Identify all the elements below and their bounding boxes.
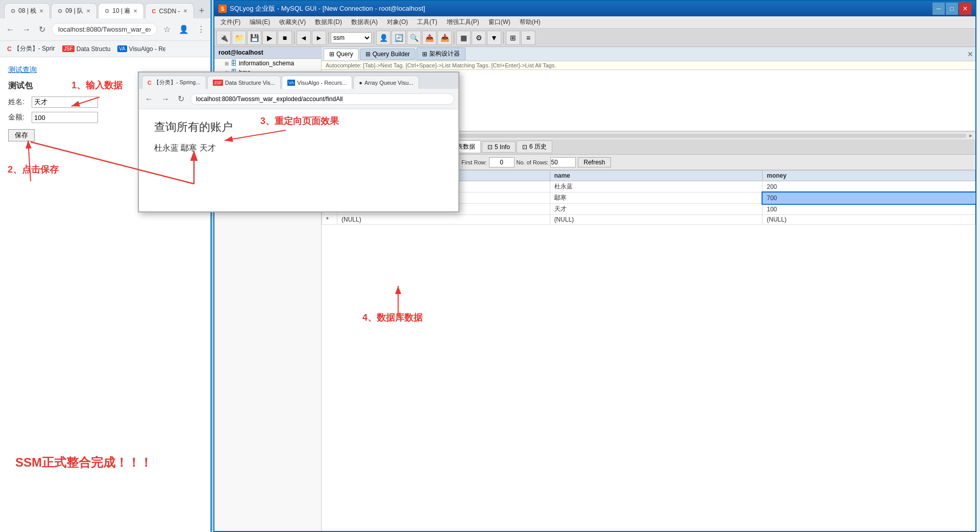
tb-table[interactable]: ▦: [456, 31, 471, 45]
reload-button[interactable]: ↻: [37, 22, 47, 36]
tab-query-builder[interactable]: ⊞ Query Builder: [360, 49, 415, 60]
row1-money[interactable]: 200: [763, 181, 975, 192]
tab-close-10[interactable]: ✕: [133, 8, 137, 14]
tab-close-csdn[interactable]: ✕: [183, 8, 187, 14]
bookmark-dsv[interactable]: JSF Data Structure Vis...: [59, 44, 110, 54]
tb-stop[interactable]: ■: [278, 31, 292, 45]
menu-button[interactable]: ⋮: [195, 22, 207, 36]
tb-user[interactable]: 👤: [376, 31, 390, 45]
tab-csdn[interactable]: C CSDN - ✕: [145, 3, 193, 18]
close-button[interactable]: ✕: [959, 3, 971, 15]
overlay-address-bar[interactable]: [190, 93, 454, 105]
col-name-header[interactable]: name: [550, 171, 763, 181]
menu-help[interactable]: 帮助(H): [516, 17, 545, 28]
refresh-button[interactable]: Refresh: [578, 157, 610, 167]
account-button[interactable]: 👤: [177, 22, 191, 36]
toolbar-sep-4: [454, 32, 454, 44]
ob-title: root@localhost: [214, 47, 321, 59]
sqlyog-title: SQLyog 企业版 - MySQL GUI - [New Connection…: [230, 4, 425, 13]
tab-close-09[interactable]: ✕: [86, 8, 90, 14]
scroll-right[interactable]: ►: [968, 133, 973, 138]
back-button[interactable]: ←: [4, 23, 16, 36]
row3-name[interactable]: 天才: [550, 204, 763, 215]
tab-close-08[interactable]: ✕: [39, 8, 43, 14]
overlay-tab-dsv[interactable]: JSF Data Structure Vis...: [207, 76, 281, 89]
tab-10[interactable]: ⊙ 10 | 遍 ✕: [98, 3, 144, 18]
row2-name[interactable]: 鄢寒: [550, 192, 763, 204]
minimize-button[interactable]: ─: [933, 3, 945, 15]
query-tabs: ⊞ Query ⊞ Query Builder ⊞ 架构设计器 ✕: [322, 47, 975, 61]
overlay-tab-array[interactable]: ● Array Queue Visu...: [353, 76, 419, 89]
browser-overlay: C 【分类】- Spring... JSF Data Structure Vis…: [138, 71, 459, 212]
row1-name[interactable]: 杜永蓝: [550, 181, 763, 192]
menu-database[interactable]: 数据库(D): [311, 17, 346, 28]
bookmark-button[interactable]: ☆: [161, 22, 173, 36]
tab-5info[interactable]: ⊡ 5 Info: [482, 141, 516, 153]
tb-schema[interactable]: ⚙: [472, 31, 486, 45]
first-row-label: First Row:: [461, 159, 487, 165]
row2-money[interactable]: 700: [763, 192, 975, 204]
annotation-3: 3、重定向页面效果: [260, 115, 339, 127]
toolbar-sep-5: [503, 32, 504, 44]
save-button[interactable]: 保存: [8, 129, 35, 141]
menu-favorites[interactable]: 收藏夹(V): [275, 17, 310, 28]
first-row-input[interactable]: [489, 157, 514, 167]
test-query-link[interactable]: 测试查询: [8, 65, 37, 74]
menu-advanced[interactable]: 增强工具(P): [443, 17, 483, 28]
overlay-tab-spring[interactable]: C 【分类】- Spring...: [142, 76, 206, 89]
tb-prev[interactable]: ◄: [297, 31, 311, 45]
overlay-forward[interactable]: →: [159, 92, 172, 106]
ob-item-info-schema[interactable]: ⊞ 🗄 information_schema: [214, 59, 321, 68]
menu-table[interactable]: 数据表(A): [347, 17, 382, 28]
tab-schema-designer[interactable]: ⊞ 架构设计器: [416, 47, 465, 60]
tb-next[interactable]: ►: [312, 31, 326, 45]
overlay-tab-visalgo[interactable]: VA VisuAlgo - Recurs...: [282, 76, 352, 89]
db-icon: 🗄: [231, 60, 237, 67]
database-select[interactable]: ssm: [331, 32, 372, 43]
data-table-area[interactable]: id name money 3 杜永蓝 200: [322, 170, 975, 531]
tab-query[interactable]: ⊞ Query: [324, 49, 359, 60]
address-bar[interactable]: [52, 23, 157, 36]
bookmarks-bar: C 【分类】- Spring... JSF Data Structure Vis…: [0, 41, 211, 57]
menu-file[interactable]: 文件(F): [216, 17, 244, 28]
menu-object[interactable]: 对象(O): [383, 17, 412, 28]
rownull-name[interactable]: (NULL): [550, 215, 763, 225]
tb-import[interactable]: 📥: [437, 31, 452, 45]
amount-input[interactable]: [32, 112, 98, 123]
tb-search[interactable]: 🔍: [407, 31, 421, 45]
tab-08[interactable]: ⊙ 08 | 栈 ✕: [4, 3, 50, 18]
menu-tools[interactable]: 工具(T): [413, 17, 441, 28]
tb-refresh[interactable]: 🔄: [391, 31, 406, 45]
row3-money[interactable]: 100: [763, 204, 975, 215]
bookmark-visalgo[interactable]: VA VisuAlgo - Re...: [114, 44, 165, 54]
name-label: 姓名:: [8, 98, 29, 107]
query-builder-icon: ⊞: [365, 51, 371, 58]
tb-run[interactable]: ▶: [262, 31, 277, 45]
tb-list[interactable]: ≡: [521, 31, 535, 45]
tb-new[interactable]: 🔌: [216, 31, 231, 45]
menu-window[interactable]: 窗口(W): [484, 17, 514, 28]
overlay-back[interactable]: ←: [143, 92, 155, 106]
rownull-money[interactable]: (NULL): [763, 215, 975, 225]
tb-filter[interactable]: ▼: [487, 31, 501, 45]
name-input[interactable]: [32, 96, 98, 108]
new-tab-button[interactable]: +: [197, 4, 207, 18]
forward-button[interactable]: →: [20, 23, 33, 36]
sqlyog-icon: S: [218, 5, 227, 13]
bookmark-spring[interactable]: C 【分类】- Spring...: [4, 43, 55, 54]
annotation-4: 4、数据库数据: [362, 311, 423, 324]
col-money-header[interactable]: money: [763, 171, 975, 181]
tb-open[interactable]: 📁: [232, 31, 246, 45]
close-query-panel[interactable]: ✕: [967, 50, 973, 58]
tb-save[interactable]: 💾: [247, 31, 261, 45]
maximize-button[interactable]: □: [946, 3, 958, 15]
overlay-reload[interactable]: ↻: [176, 92, 186, 106]
tb-grid[interactable]: ⊞: [506, 31, 520, 45]
rownull-marker: *: [322, 215, 337, 225]
tab-history[interactable]: ⊡ 6 历史: [517, 140, 552, 153]
tb-export[interactable]: 📤: [422, 31, 436, 45]
rownull-id[interactable]: (NULL): [337, 215, 550, 225]
no-of-rows-input[interactable]: [550, 157, 576, 167]
tab-09[interactable]: ⊙ 09 | 队 ✕: [51, 3, 97, 18]
menu-edit[interactable]: 编辑(E): [246, 17, 274, 28]
